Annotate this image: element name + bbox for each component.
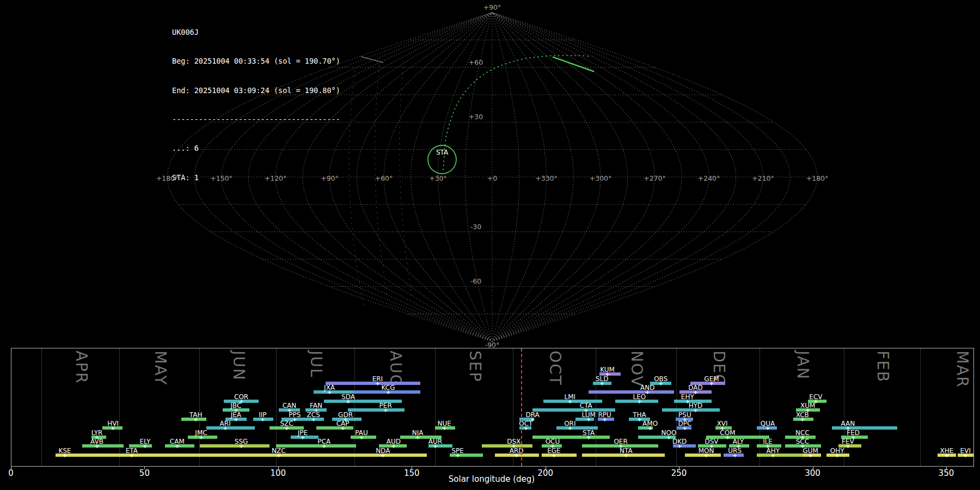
shower-code-label: PPS: [289, 412, 301, 418]
shower-code-label: EVI: [960, 448, 971, 454]
shower-code-label: KSE: [59, 448, 71, 454]
month-label: SEP: [466, 351, 484, 382]
x-tick-label: 200: [537, 468, 553, 478]
shower-code-label: NIA: [412, 430, 424, 436]
shower-code-label: GEM: [704, 376, 719, 382]
longitude-label: +270°: [644, 174, 666, 182]
month-boundary-line: [596, 348, 596, 466]
sporadic-meteor-track: [349, 71, 364, 306]
shower-code-label: HVI: [107, 420, 119, 427]
longitude-label: +240°: [698, 174, 720, 182]
shower-code-label: QUA: [761, 420, 775, 427]
shower-code-label: EHY: [681, 394, 694, 400]
month-boundary-line: [676, 348, 677, 466]
shower-code-label: AVB: [90, 438, 103, 445]
month-label: JUN: [230, 351, 248, 381]
x-tick-label: 300: [805, 468, 820, 478]
shower-code-label: SSG: [235, 438, 248, 445]
shower-code-label: NUE: [437, 420, 451, 427]
shower-code-label: ORI: [564, 420, 575, 427]
shower-code-label: PSU: [678, 412, 691, 418]
shower-code-label: EGE: [547, 448, 560, 454]
shower-code-label: NDA: [376, 448, 390, 454]
month-label: APR: [72, 351, 90, 384]
shower-code-label: NTA: [620, 448, 633, 454]
longitude-label: +0: [487, 174, 497, 182]
shower-code-label: FED: [847, 430, 860, 436]
shower-code-label: AUR: [428, 438, 442, 445]
shower-code-label: NZC: [272, 448, 286, 454]
shower-code-label: OCU: [546, 438, 560, 445]
longitude-label: +30°: [429, 174, 447, 182]
shower-code-label: OER: [614, 438, 627, 445]
shower-code-label: ZCS: [307, 412, 320, 418]
shower-code-label: SLD: [596, 376, 609, 382]
shower-code-label: KCG: [382, 384, 395, 391]
shower-code-label: GUM: [803, 448, 818, 454]
month-boundary-line: [354, 348, 355, 466]
shower-code-label: LUM: [582, 412, 596, 418]
longitude-label: +180°: [156, 174, 179, 182]
sporadic-meteor-track: [400, 62, 412, 298]
latitude-label: -30: [470, 223, 481, 231]
shower-code-label: XUM: [800, 402, 815, 409]
shower-code-label: CAN: [283, 402, 297, 409]
shower-code-label: HYD: [689, 402, 703, 409]
shower-code-label: XHE: [940, 448, 953, 454]
shower-code-label: PCA: [317, 438, 330, 445]
longitude-label: +300°: [590, 174, 612, 182]
shower-code-label: RPU: [598, 412, 611, 418]
south-pole-label: -90°: [485, 341, 500, 348]
longitude-label: +180°: [806, 174, 829, 182]
shower-code-label: MON: [699, 448, 714, 454]
month-boundary-line: [199, 348, 200, 466]
month-label: NOV: [628, 351, 646, 388]
sporadic-meteor-track: [375, 65, 388, 303]
shower-code-label: PER: [379, 402, 392, 409]
shower-code-label: LYR: [91, 430, 103, 436]
sun-centered-radiant-map: STA+90°-90°+60+30-30-60+180°+150°+120°+9…: [0, 0, 980, 348]
x-tick-label: 250: [671, 468, 687, 478]
longitude-label: +60°: [375, 174, 393, 182]
north-pole-label: +90°: [483, 3, 501, 11]
meteor-trail: [553, 57, 593, 71]
shower-code-label: SPE: [451, 448, 463, 454]
radiant-drift-track: [443, 56, 591, 170]
shower-code-label: ERI: [372, 376, 383, 382]
latitude-label: -60: [470, 277, 481, 285]
longitude-label: +90°: [321, 174, 339, 182]
shower-code-label: XVI: [717, 420, 728, 427]
shower-code-label: XCB: [796, 412, 809, 418]
shower-code-label: DSX: [507, 438, 520, 445]
shower-activity-bar: [276, 444, 356, 448]
latitude-label: +30: [469, 113, 483, 121]
month-boundary-line: [119, 348, 120, 466]
month-label: MAR: [953, 351, 971, 388]
shower-code-label: AUD: [387, 438, 401, 445]
shower-code-label: AND: [640, 384, 654, 391]
shower-code-label: JEA: [231, 412, 241, 418]
shower-activity-chart: APRMAYJUNJULAUGSEPOCTNOVDECJANFEBMAR+KUM…: [11, 348, 974, 467]
shower-code-label: URS: [728, 448, 742, 454]
shower-code-label: AMO: [642, 420, 658, 427]
shower-code-label: DAD: [688, 384, 702, 391]
shower-code-label: COM: [720, 430, 735, 436]
longitude-label: +210°: [752, 174, 774, 182]
shower-code-label: ELY: [139, 438, 150, 445]
shower-code-label: NOO: [661, 430, 677, 436]
month-boundary-line: [759, 348, 760, 466]
shower-code-label: DKD: [672, 438, 687, 445]
shower-code-label: STA: [583, 430, 595, 436]
x-axis-label: Solar longitude (deg): [449, 474, 535, 484]
shower-activity-bar: [74, 454, 206, 457]
shower-code-label: IIP: [259, 412, 266, 418]
month-boundary-line: [920, 348, 921, 466]
sporadic-meteor-track: [361, 57, 383, 63]
x-tick-label: 0: [8, 468, 14, 478]
shower-code-label: AHY: [767, 448, 780, 454]
current-solar-longitude-line: [521, 348, 522, 466]
shower-code-label: AAN: [841, 420, 855, 427]
shower-code-label: DPC: [678, 420, 691, 427]
shower-code-label: OBS: [654, 376, 667, 382]
shower-code-label: CAP: [336, 420, 350, 427]
